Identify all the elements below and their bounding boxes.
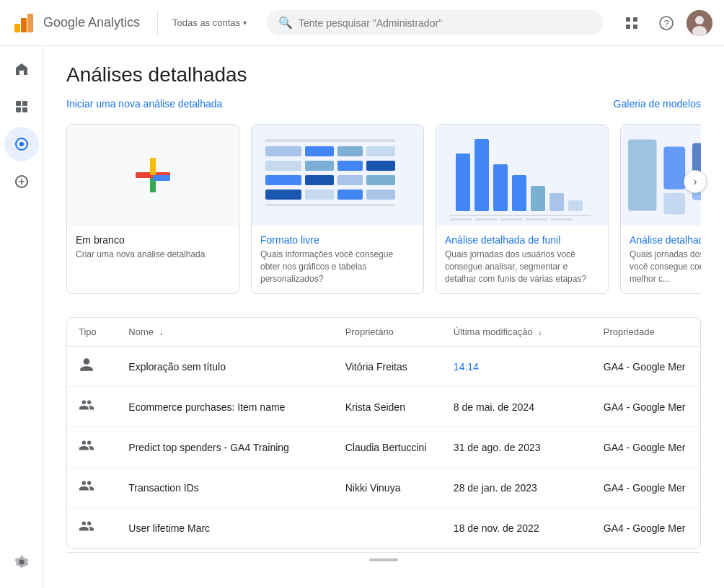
template-card-formato-livre[interactable]: Formato livre Quais informações você con…: [251, 124, 424, 294]
search-input[interactable]: [299, 17, 591, 29]
cell-proprietario: Nikki Vinuya: [334, 468, 442, 508]
table-row[interactable]: Exploração sem títuloVitória Freitas14:1…: [67, 347, 700, 387]
template-card-path[interactable]: Análise detalhada de Quais jornadas dos …: [620, 124, 701, 294]
heatmap-chart: [258, 125, 417, 226]
cell-modificacao: 18 de nov. de 2022: [442, 508, 592, 548]
sort-nome-icon: ↓: [159, 328, 164, 337]
sidebar-item-home[interactable]: [4, 52, 39, 86]
chevron-down-icon: ▾: [243, 19, 247, 27]
gallery-link[interactable]: Galeria de modelos: [614, 98, 701, 110]
cell-nome[interactable]: Predict top spenders - GA4 Training: [117, 427, 333, 468]
advertising-icon: [14, 174, 30, 190]
sidebar: [0, 46, 43, 588]
svg-rect-6: [633, 24, 637, 29]
new-analysis-row: Iniciar uma nova análise detalhada Galer…: [66, 98, 701, 110]
sidebar-item-advertising[interactable]: [4, 164, 39, 199]
col-header-nome[interactable]: Nome ↓: [117, 318, 333, 347]
template-card-funil[interactable]: Análise detalhada de funil Quais jornada…: [436, 124, 609, 294]
sort-mod-icon: ↓: [538, 328, 542, 337]
account-selector[interactable]: Todas as contas ▾: [167, 13, 252, 32]
table-row[interactable]: Predict top spenders - GA4 TrainingClaud…: [67, 427, 700, 468]
avatar[interactable]: [687, 10, 712, 36]
card-subtitle-formato-livre: Quais informações você consegue obter no…: [260, 249, 415, 285]
card-image-blank: [67, 125, 239, 226]
table-row[interactable]: User lifetime Marc18 de nov. de 2022GA4 …: [67, 508, 700, 548]
cell-propriedade: GA4 - Google Mer: [592, 468, 700, 508]
card-body-path: Análise detalhada de Quais jornadas dos …: [621, 226, 701, 293]
card-body-formato-livre: Formato livre Quais informações você con…: [252, 226, 423, 293]
search-bar[interactable]: 🔍: [267, 10, 603, 35]
card-body-blank: Em branco Criar uma nova análise detalha…: [67, 226, 239, 270]
card-subtitle-path: Quais jornadas dos usuários você consegu…: [630, 249, 701, 285]
svg-rect-13: [22, 101, 27, 106]
explore-icon: [14, 136, 30, 152]
sidebar-item-explore[interactable]: [4, 127, 39, 161]
svg-rect-50: [450, 218, 472, 220]
table-row[interactable]: Ecommerce purchases: Item nameKrista Sei…: [67, 387, 700, 427]
templates-row: Em branco Criar uma nova análise detalha…: [66, 124, 701, 294]
cell-tipo: [67, 468, 117, 508]
cell-nome[interactable]: Transaction IDs: [117, 468, 333, 508]
cell-proprietario: Claudia Bertuccini: [334, 427, 442, 468]
page-title: Análises detalhadas: [66, 63, 701, 86]
help-button[interactable]: ?: [652, 9, 681, 37]
svg-rect-2: [27, 14, 33, 32]
funnel-chart: [443, 125, 601, 226]
people-icon: [79, 437, 94, 453]
account-label: Todas as contas: [172, 17, 240, 28]
svg-rect-49: [450, 215, 591, 216]
table-row[interactable]: Transaction IDsNikki Vinuya28 de jan. de…: [67, 468, 700, 508]
svg-rect-22: [150, 158, 156, 175]
card-title-formato-livre: Formato livre: [260, 234, 415, 246]
card-subtitle-funil: Quais jornadas dos usuários você consegu…: [445, 249, 599, 285]
svg-rect-34: [305, 175, 334, 185]
col-header-tipo: Tipo: [67, 318, 117, 347]
sidebar-item-reports[interactable]: [4, 89, 39, 124]
cell-nome[interactable]: Exploração sem título: [117, 347, 333, 387]
nav-divider: [157, 12, 158, 35]
svg-rect-33: [265, 175, 301, 185]
svg-rect-32: [366, 161, 395, 171]
table-header-row: Tipo Nome ↓ Proprietário Última modifica…: [67, 318, 700, 347]
svg-rect-30: [305, 161, 334, 171]
ga-logo[interactable]: Google Analytics: [12, 11, 140, 35]
svg-rect-25: [265, 146, 301, 156]
card-image-formato-livre: [252, 125, 423, 226]
svg-rect-40: [366, 190, 395, 200]
svg-rect-42: [456, 153, 470, 211]
svg-rect-58: [692, 143, 701, 172]
svg-rect-44: [493, 164, 508, 211]
scroll-handle: [369, 558, 398, 561]
sidebar-item-settings[interactable]: [4, 545, 39, 579]
apps-button[interactable]: [617, 9, 646, 37]
cell-nome[interactable]: User lifetime Marc: [117, 508, 333, 548]
people-icon: [79, 478, 94, 494]
cell-modificacao: 8 de mai. de 2024: [442, 387, 592, 427]
svg-rect-27: [337, 146, 363, 156]
analysis-table: Tipo Nome ↓ Proprietário Última modifica…: [67, 318, 700, 548]
svg-rect-36: [366, 175, 395, 185]
card-title-path: Análise detalhada de: [630, 234, 701, 246]
templates-next-arrow[interactable]: ›: [684, 170, 707, 193]
col-header-proprietario: Proprietário: [334, 318, 442, 347]
svg-rect-51: [475, 218, 497, 220]
card-image-funil: [436, 125, 608, 226]
cell-proprietario: [334, 508, 442, 548]
card-subtitle-blank[interactable]: Criar uma nova análise detalhada: [76, 249, 230, 261]
app-title: Google Analytics: [43, 15, 140, 30]
people-icon: [79, 518, 94, 534]
cell-nome[interactable]: Ecommerce purchases: Item name: [117, 387, 333, 427]
svg-rect-0: [14, 24, 20, 32]
new-analysis-link[interactable]: Iniciar uma nova análise detalhada: [66, 98, 222, 110]
card-body-funil: Análise detalhada de funil Quais jornada…: [436, 226, 608, 293]
cell-propriedade: GA4 - Google Mer: [592, 347, 700, 387]
col-header-modificacao[interactable]: Última modificação ↓: [442, 318, 592, 347]
template-card-blank[interactable]: Em branco Criar uma nova análise detalha…: [66, 124, 239, 294]
svg-rect-54: [551, 218, 573, 220]
svg-rect-23: [153, 175, 170, 181]
analysis-table-container: Tipo Nome ↓ Proprietário Última modifica…: [66, 317, 701, 549]
home-icon: [14, 61, 30, 77]
main-content: Análises detalhadas Iniciar uma nova aná…: [43, 46, 724, 588]
svg-rect-31: [337, 161, 363, 171]
top-navigation: Google Analytics Todas as contas ▾ 🔍 ?: [0, 0, 724, 46]
